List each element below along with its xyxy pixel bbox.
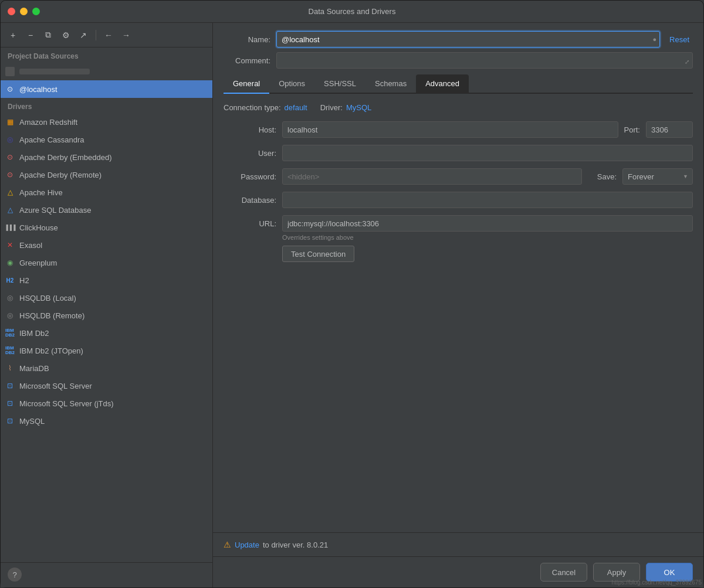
hsqldb-local-icon: ◎ xyxy=(5,293,15,303)
tab-ssh-ssl[interactable]: SSH/SSL xyxy=(314,74,365,94)
titlebar: Data Sources and Drivers xyxy=(1,1,703,23)
name-input-wrapper: ● xyxy=(276,31,660,47)
tab-advanced[interactable]: Advanced xyxy=(416,74,469,94)
add-button[interactable]: + xyxy=(5,28,21,42)
sidebar-item-ibm-db2-label: IBM Db2 xyxy=(19,329,49,338)
sidebar-item-apache-derby-embedded[interactable]: ⊙ Apache Derby (Embedded) xyxy=(1,148,212,166)
help-button[interactable]: ? xyxy=(8,567,22,582)
name-left: Name: ● xyxy=(224,31,660,47)
user-input[interactable] xyxy=(282,145,693,161)
exasol-icon: ✕ xyxy=(5,240,15,250)
sidebar-item-apache-hive[interactable]: △ Apache Hive xyxy=(1,183,212,201)
url-input[interactable] xyxy=(282,215,693,232)
sidebar-item-apache-derby-remote[interactable]: ⊙ Apache Derby (Remote) xyxy=(1,166,212,183)
toolbar-separator xyxy=(96,30,96,40)
sidebar-item-mssql-jtds[interactable]: ⊡ Microsoft SQL Server (jTds) xyxy=(1,395,212,412)
apache-hive-icon: △ xyxy=(5,188,15,197)
azure-sql-icon: △ xyxy=(5,205,15,215)
tab-general[interactable]: General xyxy=(224,74,269,94)
test-connection-button[interactable]: Test Connection xyxy=(282,246,354,262)
sidebar-item-localhost[interactable]: ⊙ @localhost xyxy=(1,80,212,98)
tab-schemas[interactable]: Schemas xyxy=(365,74,416,94)
maximize-button[interactable] xyxy=(32,8,40,15)
back-button[interactable]: ← xyxy=(101,28,116,42)
sidebar-item-apache-derby-embedded-label: Apache Derby (Embedded) xyxy=(19,153,112,162)
remove-button[interactable]: − xyxy=(23,28,38,42)
drivers-section: Drivers ▦ Amazon Redshift ◎ Apache Cassa… xyxy=(1,98,212,562)
sidebar-item-ibm-db2-jtopen[interactable]: IBMDB2 IBM Db2 (JTOpen) xyxy=(1,342,212,359)
ibm-db2-icon: IBMDB2 xyxy=(5,328,15,338)
name-label: Name: xyxy=(224,35,270,44)
sidebar: + − ⧉ ⚙ ↗ ← → Project Data Sources ⊙ @lo… xyxy=(1,23,213,587)
update-notice-text: to driver ver. 8.0.21 xyxy=(263,541,328,549)
sidebar-item-h2[interactable]: H2 H2 xyxy=(1,271,212,289)
comment-input[interactable] xyxy=(276,52,693,69)
sidebar-item-mssql-jtds-label: Microsoft SQL Server (jTds) xyxy=(19,399,114,408)
forward-button[interactable]: → xyxy=(119,28,134,42)
name-input[interactable] xyxy=(276,31,660,47)
clickhouse-icon: ▐▐▐ xyxy=(5,223,15,232)
clear-icon[interactable]: ● xyxy=(652,36,656,43)
save-label: Save: xyxy=(597,172,617,181)
port-label: Port: xyxy=(624,125,640,134)
sidebar-item-h2-label: H2 xyxy=(19,276,29,285)
export-button[interactable]: ↗ xyxy=(76,28,91,42)
sidebar-item-ibm-db2[interactable]: IBMDB2 IBM Db2 xyxy=(1,324,212,342)
url-label: URL: xyxy=(224,219,276,228)
sidebar-item-greenplum[interactable]: ◉ Greenplum xyxy=(1,254,212,271)
driver-value[interactable]: MySQL xyxy=(346,103,371,112)
comment-wrapper: ⤢ xyxy=(276,52,693,69)
save-select[interactable]: Forever Until restart Never For session xyxy=(622,168,693,185)
sidebar-item-azure-sql[interactable]: △ Azure SQL Database xyxy=(1,201,212,219)
sidebar-item-apache-cassandra[interactable]: ◎ Apache Cassandra xyxy=(1,131,212,148)
main-window: Data Sources and Drivers + − ⧉ ⚙ ↗ ← → P… xyxy=(0,0,704,588)
form-body: Connection type: default Driver: MySQL H… xyxy=(213,94,703,532)
password-row: Password: Save: Forever Until restart Ne… xyxy=(224,168,693,185)
copy-button[interactable]: ⧉ xyxy=(40,28,56,42)
comment-row: Comment: ⤢ xyxy=(224,52,693,69)
sidebar-item-mariadb[interactable]: ⌇ MariaDB xyxy=(1,359,212,377)
sidebar-item-clickhouse[interactable]: ▐▐▐ ClickHouse xyxy=(1,219,212,236)
project-data-sources-label: Project Data Sources xyxy=(1,47,212,63)
connection-type-value[interactable]: default xyxy=(285,103,307,112)
reset-button[interactable]: Reset xyxy=(666,35,693,44)
database-input[interactable] xyxy=(282,192,693,208)
mssql-jtds-icon: ⊡ xyxy=(5,399,15,408)
sidebar-item-hsqldb-local[interactable]: ◎ HSQLDB (Local) xyxy=(1,289,212,307)
mariadb-icon: ⌇ xyxy=(5,363,15,373)
password-input[interactable] xyxy=(282,168,582,185)
window-title: Data Sources and Drivers xyxy=(309,7,396,16)
update-link[interactable]: Update xyxy=(235,541,259,549)
cancel-button[interactable]: Cancel xyxy=(540,563,587,582)
expand-icon[interactable]: ⤢ xyxy=(685,59,689,65)
sidebar-item-exasol[interactable]: ✕ Exasol xyxy=(1,236,212,254)
sidebar-item-mssql[interactable]: ⊡ Microsoft SQL Server xyxy=(1,377,212,395)
minimize-button[interactable] xyxy=(20,8,28,15)
database-row: Database: xyxy=(224,192,693,208)
host-port-row: Host: Port: xyxy=(224,121,693,138)
sidebar-item-mssql-label: Microsoft SQL Server xyxy=(19,382,92,390)
close-button[interactable] xyxy=(8,8,15,15)
name-row: Name: ● Reset xyxy=(224,31,693,47)
tab-options[interactable]: Options xyxy=(269,74,314,94)
port-input[interactable] xyxy=(646,121,693,138)
sidebar-item-hsqldb-remote[interactable]: ◎ HSQLDB (Remote) xyxy=(1,307,212,324)
sidebar-item-apache-hive-label: Apache Hive xyxy=(19,188,63,197)
sidebar-item-exasol-label: Exasol xyxy=(19,241,42,250)
sidebar-item-amazon-redshift[interactable]: ▦ Amazon Redshift xyxy=(1,113,212,131)
sidebar-item-clickhouse-label: ClickHouse xyxy=(19,223,58,232)
form-header: Name: ● Reset Comment: ⤢ xyxy=(213,23,703,69)
sidebar-item-mysql[interactable]: ⊡ MySQL xyxy=(1,412,212,430)
comment-label: Comment: xyxy=(224,56,270,65)
warning-icon: ⚠ xyxy=(224,540,231,549)
user-row: User: xyxy=(224,145,693,161)
settings-button[interactable]: ⚙ xyxy=(58,28,73,42)
mysql-icon: ⊡ xyxy=(5,416,15,426)
main-content: + − ⧉ ⚙ ↗ ← → Project Data Sources ⊙ @lo… xyxy=(1,23,703,587)
sidebar-item-mariadb-label: MariaDB xyxy=(19,364,49,373)
host-input[interactable] xyxy=(282,121,618,138)
blurred-text xyxy=(19,69,90,74)
apache-cassandra-icon: ◎ xyxy=(5,135,15,144)
sidebar-toolbar: + − ⧉ ⚙ ↗ ← → xyxy=(1,23,212,47)
sidebar-item-localhost-label: @localhost xyxy=(19,85,57,94)
